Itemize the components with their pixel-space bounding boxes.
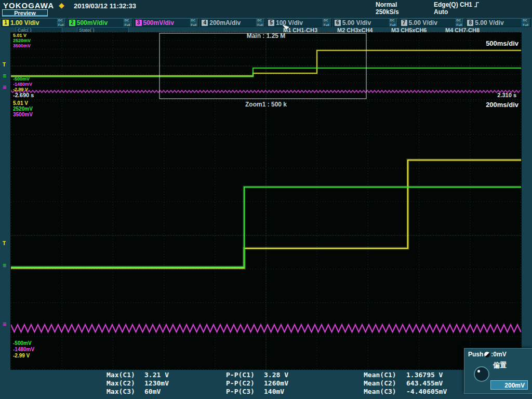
- waveform-screen: [10, 32, 522, 370]
- channel-4-control[interactable]: 4 200mA/div DCFull: [200, 18, 265, 27]
- channel-1-control[interactable]: 1 1.00 V/div DCFull: [1, 18, 66, 27]
- ch1-bottom-level: -2.99 V: [13, 353, 30, 358]
- ch2-top-level: 2520mV: [13, 38, 31, 43]
- top-status-bar: YOKOGAWA ◆ 2019/03/12 11:32:33 Normal 25…: [0, 0, 532, 18]
- trigger-source: Edge(Q) CH1: [434, 1, 472, 8]
- channel-2-control[interactable]: 2 500mV/div DCFull: [68, 18, 133, 27]
- channel-5-scale: 100 V/div: [276, 19, 303, 26]
- meas-value: 60mV: [144, 388, 161, 395]
- main-time-left: -2.690 s: [13, 92, 34, 98]
- coupling-badge: DC: [323, 18, 330, 22]
- ch3-top-level: 3500mV: [13, 112, 33, 117]
- channel-7-scale: 5.00 V/div: [409, 19, 437, 26]
- meas-label: P-P(C1): [226, 371, 255, 379]
- ch2-bottom-level: -500mV: [13, 76, 30, 82]
- push-value: :0mV: [491, 351, 506, 358]
- ch1-top-level: 5.01 V: [13, 33, 26, 38]
- main-time-right: 2.310 s: [497, 92, 516, 98]
- meas-label: Mean(C3): [364, 388, 396, 395]
- bandwidth-badge: Full: [190, 23, 198, 27]
- coupling-badge: DC: [57, 18, 65, 22]
- channel-5-control[interactable]: 5 100 V/div DCFull: [267, 18, 332, 27]
- ch1-top-level: 5.01 V: [13, 100, 28, 106]
- zoom-timebase: 200ms/div: [486, 101, 518, 109]
- main-waveform-view: [11, 32, 521, 100]
- meas-label: P-P(C3): [226, 388, 255, 395]
- meas-label: Mean(C1): [364, 371, 396, 379]
- channel-1-scale: 1.00 V/div: [10, 19, 39, 26]
- trigger-mode: Auto: [434, 8, 480, 16]
- rotary-knob[interactable]: [474, 366, 489, 382]
- channel-2-scale: 500mV/div: [77, 19, 108, 26]
- channel-7-control[interactable]: 7 5.00 V/div DCFull: [400, 18, 465, 27]
- ground-marker-ch2: ≡: [3, 72, 6, 79]
- preview-button[interactable]: Preview: [2, 9, 48, 17]
- knob-indicator-dot: [477, 370, 480, 373]
- acq-mode: Normal: [376, 1, 399, 8]
- channel-3-badge: 3: [136, 20, 142, 26]
- channel-3-scale: 500mV/div: [143, 19, 174, 26]
- meas-value: 1230mV: [144, 379, 169, 387]
- ch3-bottom-level: -1480mV: [13, 82, 32, 87]
- coupling-badge: DC: [522, 18, 529, 22]
- trace-glow-CH1: [11, 160, 521, 268]
- trigger-status: Edge(Q) CH1 Auto: [434, 1, 480, 16]
- bandwidth-badge: Full: [389, 23, 397, 27]
- sample-rate: 250kS/s: [376, 8, 399, 16]
- channel-8-control[interactable]: 8 5.00 V/div DCFull: [466, 18, 531, 27]
- bandwidth-badge: Full: [256, 23, 264, 27]
- channel-6-badge: 6: [335, 20, 341, 26]
- bandwidth-badge: Full: [456, 23, 463, 27]
- offset-knob-panel: Push :0mV 偏置 200mV: [464, 348, 532, 394]
- bandwidth-badge: Full: [323, 23, 330, 27]
- meas-value: 1260mV: [264, 379, 288, 387]
- meas-value: 3.28 V: [264, 371, 288, 379]
- meas-label: Mean(C2): [364, 379, 396, 387]
- meas-label: Max(C3): [107, 388, 135, 395]
- trace-CH1: [11, 160, 521, 268]
- datetime-display: 2019/03/12 11:32:33: [74, 3, 136, 10]
- coupling-badge: DC: [389, 18, 397, 22]
- ch3-bottom-level: -1480mV: [13, 347, 34, 352]
- knob-push-icon: [484, 352, 490, 357]
- channel-1-badge: 1: [3, 20, 9, 26]
- meas-value: 3.21 V: [144, 371, 169, 379]
- channel-6-control[interactable]: 6 5.00 V/div DCFull: [333, 18, 398, 27]
- main-timebase: 500ms/div: [486, 40, 518, 47]
- ground-marker-ch3: ≡: [3, 84, 6, 91]
- coupling-badge: DC: [124, 18, 131, 22]
- trigger-edge-icon: [474, 2, 480, 8]
- meas-value: 643.455mV: [406, 379, 443, 387]
- ch3-top-level: 3500mV: [13, 43, 31, 48]
- meas-label: Max(C2): [107, 379, 135, 387]
- ch2-bottom-level: -500mV: [13, 340, 32, 346]
- acquisition-status: Normal 250kS/s: [376, 1, 399, 16]
- zoom-record-label: Zoom1 : 500 k: [10, 101, 522, 108]
- trigger-level-marker[interactable]: T: [3, 241, 6, 246]
- offset-range-value[interactable]: 200mV: [490, 380, 528, 390]
- meas-label: Max(C1): [107, 371, 135, 379]
- ground-marker-ch2: ≡: [3, 262, 6, 269]
- ground-marker-ch3: ≡: [3, 321, 6, 328]
- trigger-level-marker[interactable]: T: [3, 62, 6, 68]
- channel-3-control[interactable]: 3 500mV/div DCFull: [134, 18, 200, 27]
- ch2-top-level: 2520mV: [13, 106, 33, 112]
- push-label: Push: [468, 351, 483, 358]
- channel-strip: 1 1.00 V/div DCFull 2 500mV/div DCFull 3…: [1, 18, 531, 27]
- ch1-bottom-level: -2.99 V: [13, 87, 28, 92]
- coupling-badge: DC: [190, 18, 198, 22]
- meas-value: 1.36795 V: [406, 371, 443, 379]
- channel-7-badge: 7: [401, 20, 407, 26]
- meas-value: -4.40605mV: [406, 388, 447, 395]
- bandwidth-badge: Full: [522, 23, 529, 27]
- channel-8-scale: 5.00 V/div: [475, 19, 503, 26]
- coupling-badge: DC: [256, 18, 264, 22]
- channel-6-scale: 5.00 V/div: [342, 19, 371, 26]
- channel-4-badge: 4: [202, 20, 208, 26]
- channel-2-badge: 2: [69, 20, 75, 26]
- channel-5-badge: 5: [268, 20, 274, 26]
- meas-value: 140mV: [264, 388, 284, 395]
- channel-8-badge: 8: [467, 20, 473, 26]
- zoom-waveform-view: [11, 101, 521, 370]
- bandwidth-badge: Full: [57, 23, 65, 27]
